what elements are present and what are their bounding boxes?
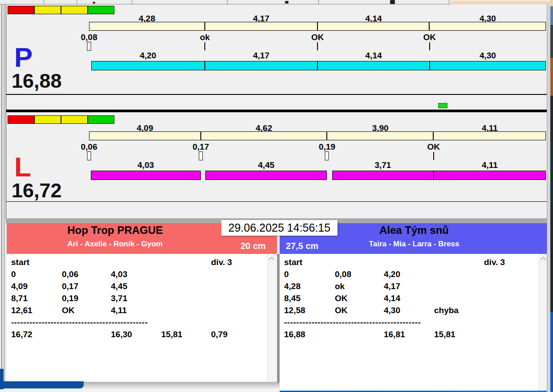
table-separator-row: ----------------------------------------… (284, 318, 538, 330)
actual-bar-segment (91, 61, 205, 70)
planned-bar-tick (317, 22, 318, 30)
lane-l-timeline: 4,094,623,904,11 0,060,170,19OK 4,034,45… (89, 114, 546, 201)
table-cell: 0,19 (62, 294, 111, 306)
exchange-label: ok (200, 33, 210, 42)
table-cell (484, 306, 538, 318)
scroll-up-icon[interactable] (269, 257, 275, 262)
table-cell: 12,61 (11, 306, 62, 318)
table-cell (161, 257, 211, 270)
scroll-up-icon[interactable] (541, 257, 546, 262)
team-right-table-scrollbar[interactable] (539, 254, 548, 391)
exchange-marker-line (433, 152, 434, 160)
actual-bar-segment (317, 61, 429, 70)
table-cell: OK (335, 294, 384, 306)
menu-bar-clipped[interactable] (0, 0, 553, 4)
lane-divider-line (6, 201, 547, 202)
exchange-marker-window (87, 42, 91, 51)
table-cell (62, 257, 111, 270)
actual-bar-segment (205, 171, 327, 180)
table-cell: 0 (284, 270, 335, 282)
table-cell: div. 3 (484, 257, 538, 270)
legend-color-box (8, 115, 34, 124)
table-row: 4,090,174,45 (11, 282, 266, 294)
table-cell (484, 330, 538, 342)
panel-left-border (6, 4, 6, 218)
table-row: 12,58OK4,30chyba (284, 306, 538, 318)
exchange-marker-line (317, 42, 318, 50)
table-cell (111, 257, 161, 270)
actual-split-label: 4,45 (258, 160, 274, 170)
window-edge-right (547, 4, 550, 392)
table-cell: 4,09 (11, 282, 62, 294)
clipped-text-glyph (390, 0, 395, 4)
table-cell: div. 3 (211, 257, 266, 270)
table-cell: 4,45 (111, 282, 161, 294)
table-cell: start (284, 257, 335, 270)
table-cell (434, 294, 484, 306)
exchange-marker-line (204, 42, 205, 50)
planned-bar-tick (204, 22, 205, 30)
table-cell: 15,81 (434, 330, 484, 342)
table-row: startdiv. 3 (284, 257, 538, 270)
table-cell: 4,03 (111, 270, 161, 282)
menu-bar-separator (227, 0, 228, 4)
legend-color-box (34, 6, 61, 14)
team-right-members: Taira - Mia - Larra - Bress (280, 240, 549, 249)
menu-bar-separator (132, 0, 132, 4)
table-cell: 0,79 (211, 330, 266, 342)
table-row: 12,61OK4,11 (11, 306, 266, 318)
planned-splits-bar (89, 131, 546, 140)
datetime-display: 29.06.2025 14:56:15 (221, 220, 337, 236)
actual-bar-segment (332, 171, 434, 180)
actual-bar-segment (434, 171, 546, 180)
team-left-table-scrollbar[interactable] (267, 254, 276, 381)
table-cell (161, 270, 211, 282)
table-cell (434, 282, 484, 294)
actual-split-labels-row: 4,034,453,714,11 (89, 160, 546, 169)
table-cell: 4,17 (384, 282, 434, 294)
legend-color-box (34, 115, 61, 124)
actual-split-labels-row: 4,204,174,144,30 (89, 51, 546, 60)
lane-p-letter: P (14, 44, 33, 71)
table-cell: 0,17 (62, 282, 111, 294)
exchange-labels-row: 0,08okOKOK (89, 33, 546, 41)
lane-l-letter: L (14, 153, 31, 181)
team-left-bar-height: 20 cm (229, 241, 277, 251)
actual-split-label: 4,17 (253, 51, 269, 61)
menu-bar-separator (77, 0, 77, 4)
table-cell (335, 330, 384, 342)
actual-split-label: 4,20 (140, 51, 156, 61)
lane-divider-line (6, 94, 547, 95)
table-row: 00,084,20 (284, 270, 538, 282)
table-cell (335, 257, 384, 270)
lane-p-timeline: 4,284,174,144,30 0,08okOKOK 4,204,174,14… (89, 4, 546, 94)
lane-p-section: 4,284,174,144,30 0,08okOKOK 4,204,174,14… (6, 4, 547, 94)
table-cell (484, 294, 538, 306)
planned-bar-tick (433, 132, 434, 140)
table-cell: 15,81 (161, 330, 211, 342)
planned-bar-tick (326, 132, 327, 140)
team-left-name: Hop Trop PRAGUE (7, 224, 224, 237)
window-behind-edge (0, 369, 4, 389)
table-cell: 16,30 (111, 330, 161, 342)
table-cell: chyba (434, 306, 484, 318)
table-cell: 4,14 (384, 294, 434, 306)
table-cell: 16,88 (284, 330, 335, 342)
table-cell (62, 330, 111, 342)
table-cell (161, 294, 211, 306)
table-cell: start (11, 257, 62, 270)
exchange-labels-row: 0,060,170,19OK (89, 142, 546, 151)
table-cell: 16,72 (11, 330, 62, 342)
table-row: 4,28ok4,17 (284, 282, 538, 294)
table-cell: OK (62, 306, 111, 318)
menu-bar-separator (318, 0, 319, 4)
menu-bar-separator (44, 0, 44, 4)
table-cell (384, 257, 434, 270)
table-cell: ok (335, 282, 384, 294)
table-cell (434, 270, 484, 282)
lane-l-total-time: 16,72 (12, 180, 62, 201)
table-row: 8,710,193,71 (11, 294, 266, 306)
exchange-label: OK (311, 33, 324, 42)
lane-l-section: 4,094,623,904,11 0,060,170,19OK 4,034,45… (6, 114, 547, 201)
exchange-marker-line (429, 42, 430, 50)
